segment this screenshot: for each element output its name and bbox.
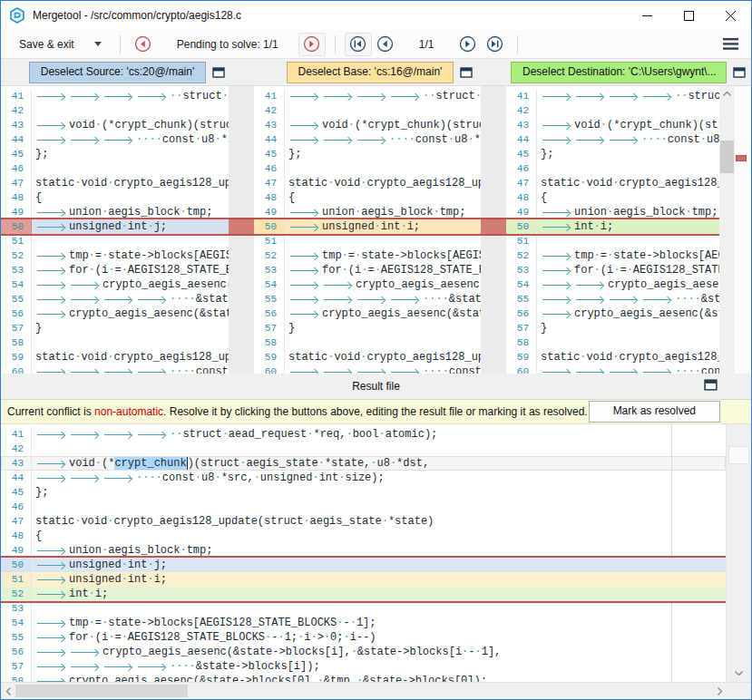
line-number: 52 (254, 248, 285, 263)
code-line: 48{ (506, 190, 719, 205)
maximize-pane-icon[interactable] (212, 66, 226, 79)
mark-as-resolved-button[interactable]: Mark as resolved (589, 401, 720, 423)
scroll-up-icon[interactable] (719, 86, 735, 101)
code-line: 56crypto_aegis_aesenc(&state->blocks[0],… (1, 306, 229, 321)
scrollbar-corner (727, 683, 751, 699)
code-line: 60····const·union·aegis_block·*msg, (254, 365, 481, 374)
code-line: 45}; (1, 485, 726, 500)
line-number: 56 (1, 306, 32, 321)
line-number: 52 (1, 587, 32, 601)
code-line: 44····const·u8·*src,·unsigned·int·size); (506, 132, 719, 147)
line-number: 54 (254, 277, 285, 292)
non-automatic-label: non-automatic (94, 405, 163, 418)
first-difference-button[interactable] (345, 33, 372, 56)
overview-ruler[interactable] (735, 86, 750, 374)
code-line: 53for·(i·=·AEGIS128_STATE_BLOCKS·-·1;·i·… (254, 263, 481, 277)
code-line: 54crypto_aegis_aesenc(&state->blocks[i],… (506, 277, 719, 292)
line-number: 60 (254, 365, 285, 374)
line-number: 55 (506, 292, 537, 306)
code-line: 47static·void·crypto_aegis128_update(str… (1, 514, 726, 529)
next-conflict-button[interactable] (298, 33, 326, 56)
line-number: 46 (1, 161, 32, 176)
code-line: 43void·(*crypt_chunk)(struct·aegis_state… (506, 118, 719, 132)
code-line: 50unsigned·int·j; (1, 558, 726, 572)
code-line: 41··struct·aead_request·*req,·bool·atomi… (1, 427, 726, 442)
code-line: 44····const·u8·*src,·unsigned·int·size); (254, 132, 481, 147)
maximize-pane-icon[interactable] (733, 66, 747, 79)
line-number: 58 (1, 674, 32, 682)
line-number: 45 (1, 485, 32, 500)
line-number: 57 (1, 659, 32, 674)
prev-difference-button[interactable] (372, 33, 399, 56)
maximize-button[interactable] (668, 1, 709, 30)
scroll-right-icon[interactable] (712, 683, 727, 699)
line-number: 58 (1, 335, 32, 350)
code-line: 47static·void·crypto_aegis128_update(str… (506, 176, 719, 190)
conflict-marker[interactable] (736, 155, 747, 161)
minimize-button[interactable] (626, 1, 668, 30)
line-number: 46 (254, 161, 285, 176)
line-number: 59 (254, 350, 285, 365)
save-exit-label: Save & exit (19, 38, 74, 51)
code-line: 58 (254, 335, 481, 350)
line-number: 51 (506, 234, 537, 248)
code-line: 46 (506, 161, 719, 176)
code-line: 57} (254, 321, 481, 335)
close-button[interactable] (709, 1, 751, 30)
last-difference-button[interactable] (481, 33, 508, 56)
code-line: 43void·(*crypt_chunk)(struct·aegis_state… (254, 118, 481, 132)
app-logo-icon (9, 7, 25, 24)
scroll-down-icon[interactable] (727, 666, 751, 680)
code-line: 42 (506, 103, 719, 118)
prev-conflict-button[interactable] (130, 33, 157, 56)
last-difference-icon (486, 35, 503, 53)
code-line: 55····&state->blocks[i]); (1, 292, 229, 306)
code-line: 43void·(*crypt_chunk)(struct·aegis_state… (1, 118, 229, 132)
code-line: 50unsigned·int·j; (1, 219, 229, 234)
prev-difference-icon (376, 35, 394, 53)
code-line: 55····&state->blocks[i]); (506, 292, 719, 306)
scrollbar-thumb[interactable] (15, 685, 188, 697)
conflict-message: Current conflict is non-automatic. Resol… (7, 405, 588, 418)
result-vertical-scrollbar[interactable] (726, 424, 751, 682)
result-horizontal-scrollbar[interactable] (1, 682, 751, 699)
save-exit-button[interactable]: Save & exit (1, 30, 111, 58)
code-line: 42 (254, 103, 481, 118)
conflict-connector (229, 218, 254, 236)
next-difference-button[interactable] (454, 33, 481, 56)
code-line: 53for·(i·=·AEGIS128_STATE_BLOCKS·-·1;·i·… (1, 263, 229, 277)
three-way-panes: 41··struct·aead_request·*req,·bool·atomi… (1, 86, 751, 374)
scrollbar-thumb[interactable] (728, 446, 749, 464)
line-number: 53 (1, 601, 32, 616)
menu-button[interactable] (723, 38, 738, 50)
result-editor[interactable]: 41··struct·aead_request·*req,·bool·atomi… (1, 424, 726, 682)
line-number: 43 (254, 118, 285, 132)
gutter-source-base (229, 86, 254, 374)
code-line: 57} (506, 321, 719, 335)
code-line: 53 (1, 601, 726, 616)
deselect-destination-button[interactable]: Deselect Destination: 'C:\Users\gwynt\..… (511, 62, 727, 83)
code-line: 49union·aegis_block·tmp; (506, 205, 719, 219)
scrollbar-track[interactable] (15, 683, 712, 699)
code-line: 55····&state->blocks[i]); (254, 292, 481, 306)
line-number: 43 (1, 118, 32, 132)
maximize-result-icon[interactable] (704, 378, 718, 392)
code-line: 45}; (1, 147, 229, 161)
titlebar: Mergetool - /src/common/crypto/aegis128.… (1, 1, 751, 30)
code-line: 46 (1, 161, 229, 176)
panes-vertical-scrollbar[interactable] (719, 86, 735, 374)
code-line: 44····const·u8·*src,·unsigned·int·size); (1, 132, 229, 147)
code-line: 54crypto_aegis_aesenc(&state->blocks[i],… (1, 277, 229, 292)
line-number: 42 (1, 442, 32, 456)
line-number: 51 (1, 572, 32, 587)
deselect-base-button[interactable]: Deselect Base: 'cs:16@/main' (287, 62, 454, 83)
pane-destination: 41··struct·aead_request·*req,·bool·atomi… (506, 86, 719, 374)
scrollbar-thumb[interactable] (720, 141, 734, 173)
line-number: 51 (1, 234, 32, 248)
line-number: 49 (506, 205, 537, 219)
scroll-left-icon[interactable] (1, 683, 15, 699)
code-line: 54tmp·=·state->blocks[AEGIS128_STATE_BLO… (1, 616, 726, 630)
deselect-source-button[interactable]: Deselect Source: 'cs:20@/main' (29, 62, 207, 83)
line-number: 45 (1, 147, 32, 161)
maximize-pane-icon[interactable] (460, 66, 474, 79)
